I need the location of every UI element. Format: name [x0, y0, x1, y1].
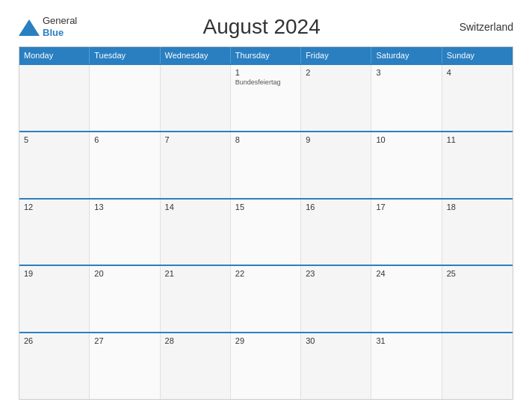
day-cell: 29 — [231, 333, 301, 399]
day-number: 25 — [447, 269, 508, 278]
day-number: 13 — [94, 203, 155, 211]
day-number: 27 — [94, 336, 155, 345]
day-cell: 17 — [371, 200, 442, 265]
day-cell: 10 — [371, 132, 442, 198]
day-cell: 8 — [231, 132, 301, 198]
day-cell: 23 — [301, 266, 371, 332]
day-cell: 28 — [161, 333, 231, 399]
day-cell: 20 — [90, 266, 160, 332]
week-row: 12131415161718 — [19, 198, 513, 265]
day-header: Tuesday — [90, 47, 160, 64]
day-number: 23 — [306, 269, 366, 278]
day-cell: 31 — [371, 333, 442, 399]
calendar-body: 1Bundesfeiertag2345678910111213141516171… — [19, 64, 513, 399]
day-cell — [161, 65, 231, 131]
day-cell: 22 — [231, 266, 301, 332]
day-number: 15 — [235, 203, 296, 211]
day-cell: 16 — [301, 200, 371, 265]
day-cell: 5 — [19, 132, 90, 198]
day-cell: 15 — [231, 200, 301, 265]
day-number: 26 — [24, 336, 84, 345]
day-cell: 4 — [442, 65, 513, 131]
day-number: 31 — [376, 336, 436, 345]
calendar-header: General Blue August 2024 Switzerland — [19, 15, 513, 39]
day-number: 18 — [447, 203, 508, 211]
day-header: Sunday — [442, 47, 513, 64]
day-number: 29 — [235, 336, 296, 345]
day-cell: 18 — [442, 200, 513, 265]
day-cell: 25 — [442, 266, 513, 332]
day-number: 8 — [235, 135, 296, 144]
week-row: 567891011 — [19, 131, 513, 198]
day-cell: 11 — [442, 132, 513, 198]
day-number: 20 — [94, 269, 155, 278]
day-number: 21 — [165, 269, 226, 278]
day-cell: 1Bundesfeiertag — [231, 65, 301, 131]
country-label: Switzerland — [446, 21, 513, 33]
day-cell: 3 — [371, 65, 442, 131]
day-number: 12 — [24, 203, 84, 211]
day-cell — [90, 65, 160, 131]
calendar: MondayTuesdayWednesdayThursdayFridaySatu… — [19, 46, 513, 400]
day-cell: 13 — [90, 200, 160, 265]
day-cell: 9 — [301, 132, 371, 198]
day-header: Monday — [19, 47, 90, 64]
day-number: 1 — [235, 68, 296, 77]
day-number: 10 — [376, 135, 436, 144]
day-header: Saturday — [371, 47, 442, 64]
day-number: 4 — [447, 68, 508, 77]
logo: General Blue — [19, 15, 77, 38]
day-number: 2 — [306, 68, 366, 77]
day-headers: MondayTuesdayWednesdayThursdayFridaySatu… — [19, 47, 513, 64]
day-number: 17 — [376, 203, 436, 211]
day-number: 28 — [165, 336, 226, 345]
week-row: 19202122232425 — [19, 265, 513, 332]
day-number: 5 — [24, 135, 84, 144]
day-header: Wednesday — [161, 47, 231, 64]
week-row: 262728293031 — [19, 332, 513, 399]
day-cell: 19 — [19, 266, 90, 332]
day-cell: 14 — [161, 200, 231, 265]
day-number: 7 — [165, 135, 226, 144]
day-cell: 2 — [301, 65, 371, 131]
day-cell: 12 — [19, 200, 90, 265]
day-number: 3 — [376, 68, 436, 77]
holiday-text: Bundesfeiertag — [235, 78, 296, 87]
day-cell: 7 — [161, 132, 231, 198]
day-number: 9 — [306, 135, 366, 144]
day-cell — [442, 333, 513, 399]
logo-text: General Blue — [43, 15, 77, 38]
day-cell: 24 — [371, 266, 442, 332]
day-header: Thursday — [231, 47, 301, 64]
day-number: 6 — [94, 135, 155, 144]
day-cell: 26 — [19, 333, 90, 399]
month-title: August 2024 — [77, 15, 446, 39]
day-number: 22 — [235, 269, 296, 278]
day-cell: 6 — [90, 132, 160, 198]
day-cell: 27 — [90, 333, 160, 399]
day-cell: 30 — [301, 333, 371, 399]
day-number: 14 — [165, 203, 226, 211]
day-cell — [19, 65, 90, 131]
day-number: 24 — [376, 269, 436, 278]
week-row: 1Bundesfeiertag234 — [19, 64, 513, 131]
day-cell: 21 — [161, 266, 231, 332]
day-number: 30 — [306, 336, 366, 345]
day-number: 11 — [447, 135, 508, 144]
day-number: 19 — [24, 269, 84, 278]
day-number: 16 — [306, 203, 366, 211]
day-header: Friday — [301, 47, 371, 64]
